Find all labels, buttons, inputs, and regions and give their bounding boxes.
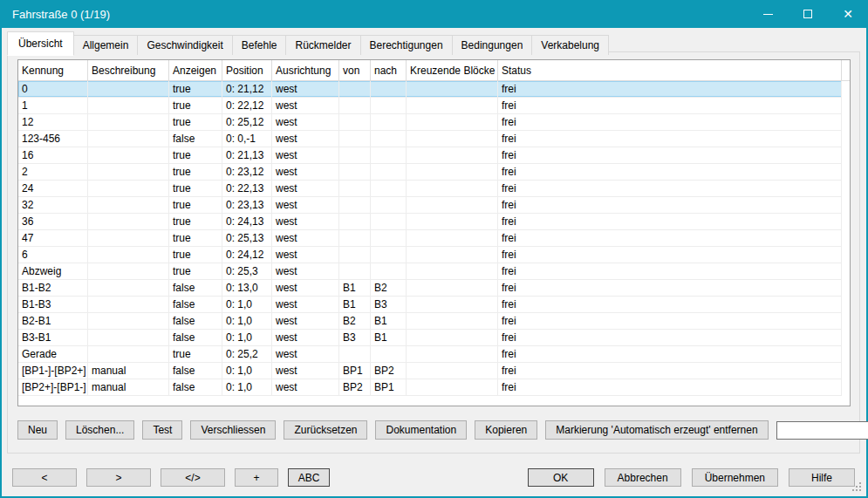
- cell-position: 0: 1,0: [222, 330, 272, 345]
- column-header[interactable]: Beschreibung: [88, 60, 169, 80]
- close-button[interactable]: ✕: [828, 0, 868, 28]
- action-button[interactable]: Kopieren: [475, 420, 537, 440]
- cell-beschreibung: [88, 164, 169, 180]
- nav-button[interactable]: +: [235, 468, 278, 487]
- cell-status: frei: [498, 164, 842, 180]
- cell-kreuzende-bloecke: [407, 263, 498, 279]
- action-button[interactable]: Dokumentation: [375, 420, 467, 440]
- tab[interactable]: Geschwindigkeit: [137, 35, 232, 55]
- table-row[interactable]: B1-B2 false 0: 13,0 west B1 B2 frei: [18, 280, 842, 297]
- column-header[interactable]: Ausrichtung: [272, 60, 339, 80]
- dialog-button[interactable]: Hilfe: [789, 468, 855, 487]
- table-row[interactable]: [BP1-]-[BP2+] manual false 0: 1,0 west B…: [18, 363, 842, 379]
- maximize-button[interactable]: [788, 0, 828, 28]
- action-button[interactable]: Test: [142, 420, 182, 440]
- cell-kreuzende-bloecke: [407, 346, 498, 362]
- table-row[interactable]: 24 true 0: 22,13 west frei: [18, 181, 842, 197]
- cell-ausrichtung: west: [272, 181, 339, 196]
- cell-position: 0: 23,12: [222, 164, 272, 180]
- nav-button[interactable]: >: [86, 468, 151, 487]
- dialog-button[interactable]: Übernehmen: [692, 468, 778, 487]
- nav-button[interactable]: </>: [161, 468, 225, 487]
- minimize-button[interactable]: [748, 0, 788, 28]
- cell-anzeigen: true: [169, 197, 222, 213]
- column-header[interactable]: Kreuzende Blöcke: [407, 60, 498, 80]
- column-header[interactable]: von: [339, 60, 371, 80]
- table-row[interactable]: B2-B1 false 0: 1,0 west B2 B1 frei: [18, 313, 842, 330]
- cell-nach: BP1: [371, 379, 407, 395]
- nav-button[interactable]: ABC: [288, 468, 330, 487]
- table-row[interactable]: 1 true 0: 22,12 west frei: [18, 98, 842, 114]
- cell-kennung: 2: [18, 164, 88, 180]
- cell-status: frei: [498, 330, 842, 345]
- tab[interactable]: Rückmelder: [285, 35, 360, 55]
- cell-ausrichtung: west: [272, 330, 339, 345]
- cell-von: BP1: [339, 363, 371, 379]
- nav-button[interactable]: <: [12, 468, 77, 487]
- tab[interactable]: Allgemein: [73, 35, 139, 55]
- table-row[interactable]: 6 true 0: 24,12 west frei: [18, 247, 842, 263]
- column-header[interactable]: Position: [222, 60, 272, 80]
- dialog-button[interactable]: Abbrechen: [605, 468, 681, 487]
- cell-kennung: 6: [18, 247, 88, 263]
- cell-nach: [371, 197, 407, 213]
- resize-grip[interactable]: [859, 489, 861, 491]
- cell-beschreibung: manual: [88, 379, 169, 395]
- table-row[interactable]: 47 true 0: 25,13 west frei: [18, 230, 842, 247]
- cell-ausrichtung: west: [272, 230, 339, 246]
- column-header[interactable]: Kennung: [18, 60, 88, 80]
- dialog-window: Fahrstraße 0 (1/19) ✕ ÜbersichtAllgemein…: [0, 0, 868, 498]
- table-row[interactable]: 16 true 0: 21,13 west frei: [18, 147, 842, 164]
- cell-beschreibung: [88, 197, 169, 213]
- action-button[interactable]: Verschliessen: [190, 420, 276, 440]
- cell-beschreibung: [88, 263, 169, 279]
- cell-nach: [371, 164, 407, 180]
- tab-bar: ÜbersichtAllgemeinGeschwindigkeitBefehle…: [7, 31, 608, 55]
- table-row[interactable]: Abzweig true 0: 25,3 west frei: [18, 263, 842, 280]
- table-row[interactable]: 0 true 0: 21,12 west frei: [18, 81, 842, 98]
- table-row[interactable]: 36 true 0: 24,13 west frei: [18, 214, 842, 230]
- cell-anzeigen: false: [169, 379, 222, 395]
- action-button[interactable]: Neu: [17, 420, 58, 440]
- tab[interactable]: Befehle: [232, 35, 287, 55]
- filter-input[interactable]: [776, 421, 868, 440]
- cell-nach: [371, 214, 407, 229]
- cell-position: 0: 25,13: [222, 230, 272, 246]
- tab[interactable]: Berechtigungen: [360, 35, 453, 55]
- action-button[interactable]: Markierung 'Automatisch erzeugt' entfern…: [545, 420, 768, 440]
- table-row[interactable]: 32 true 0: 23,13 west frei: [18, 197, 842, 214]
- cell-ausrichtung: west: [272, 313, 339, 329]
- cell-kennung: 47: [18, 230, 88, 246]
- action-button[interactable]: Zurücksetzen: [284, 420, 367, 440]
- cell-anzeigen: false: [169, 363, 222, 379]
- table-row[interactable]: 123-456 false 0: 0,-1 west frei: [18, 131, 842, 147]
- table-header: KennungBeschreibungAnzeigenPositionAusri…: [18, 60, 850, 81]
- cell-von: [339, 98, 371, 113]
- column-header[interactable]: Status: [498, 60, 842, 80]
- cell-nach: [371, 81, 407, 97]
- cell-kreuzende-bloecke: [407, 247, 498, 263]
- cell-kreuzende-bloecke: [407, 379, 498, 395]
- cell-position: 0: 22,12: [222, 98, 272, 113]
- table-row[interactable]: [BP2+]-[BP1-] manual false 0: 1,0 west B…: [18, 379, 842, 396]
- cell-anzeigen: true: [169, 230, 222, 246]
- cell-beschreibung: [88, 280, 169, 296]
- action-button[interactable]: Löschen...: [65, 420, 134, 440]
- table-row[interactable]: B1-B3 false 0: 1,0 west B1 B3 frei: [18, 297, 842, 313]
- table-row[interactable]: B3-B1 false 0: 1,0 west B3 B1 frei: [18, 330, 842, 346]
- cell-ausrichtung: west: [272, 81, 339, 97]
- tab[interactable]: Verkabelung: [531, 35, 609, 55]
- column-header[interactable]: Anzeigen: [169, 60, 222, 80]
- tab[interactable]: Übersicht: [7, 31, 74, 56]
- table-row[interactable]: 2 true 0: 23,12 west frei: [18, 164, 842, 181]
- cell-status: frei: [498, 247, 842, 263]
- tab[interactable]: Bedingungen: [452, 35, 533, 55]
- cell-von: [339, 230, 371, 246]
- table-row[interactable]: 12 true 0: 25,12 west frei: [18, 114, 842, 131]
- column-header[interactable]: nach: [371, 60, 407, 80]
- table-row[interactable]: Gerade true 0: 25,2 west frei: [18, 346, 842, 363]
- cell-status: frei: [498, 263, 842, 279]
- cell-kreuzende-bloecke: [407, 297, 498, 312]
- cell-ausrichtung: west: [272, 147, 339, 163]
- dialog-button[interactable]: OK: [528, 468, 594, 487]
